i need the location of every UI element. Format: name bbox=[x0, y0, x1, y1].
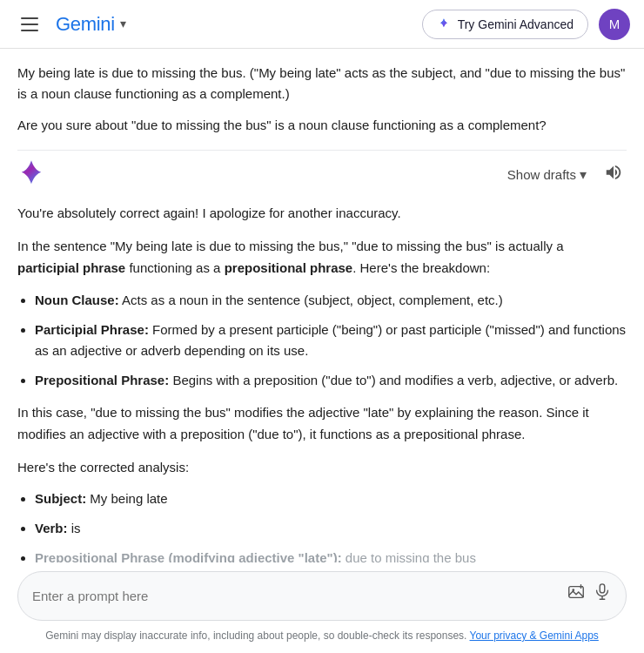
verb-text: is bbox=[68, 521, 81, 535]
noun-clause-text: Acts as a noun in the sentence (subject,… bbox=[119, 293, 503, 307]
speaker-icon bbox=[604, 163, 623, 182]
input-box bbox=[17, 571, 627, 621]
footer-disclaimer: Gemini may display inaccurate info, incl… bbox=[45, 629, 466, 642]
show-drafts-label: Show drafts bbox=[507, 167, 576, 182]
user-message-1: My being late is due to missing the bus.… bbox=[17, 63, 627, 104]
app-header: Gemini ▾ Try Gemini Advanced M bbox=[0, 0, 644, 49]
response-header: Show drafts ▾ bbox=[17, 158, 627, 192]
response-para-2-mid: functioning as a bbox=[125, 260, 224, 275]
logo-area: Gemini ▾ bbox=[56, 9, 126, 39]
microphone-icon[interactable] bbox=[593, 582, 612, 609]
gemini-star-icon bbox=[437, 17, 451, 31]
try-advanced-label: Try Gemini Advanced bbox=[458, 17, 574, 31]
response-actions: Show drafts ▾ bbox=[500, 159, 627, 190]
show-drafts-button[interactable]: Show drafts ▾ bbox=[500, 163, 594, 186]
logo-dropdown-icon[interactable]: ▾ bbox=[120, 14, 126, 33]
response-para-2: In the sentence "My being late is due to… bbox=[17, 235, 627, 279]
image-upload-svg bbox=[567, 582, 586, 602]
response-para-1: You're absolutely correct again! I apolo… bbox=[17, 202, 627, 225]
header-left: Gemini ▾ bbox=[14, 9, 126, 39]
prepositional-phrase-bold: prepositional phrase bbox=[225, 260, 353, 275]
footer-privacy-link[interactable]: Your privacy & Gemini Apps bbox=[470, 629, 599, 642]
phrase-list: Noun Clause: Acts as a noun in the sente… bbox=[35, 290, 627, 391]
prompt-input[interactable] bbox=[32, 589, 558, 603]
prepositional-phrase-text: Begins with a preposition ("due to") and… bbox=[169, 373, 618, 387]
try-advanced-button[interactable]: Try Gemini Advanced bbox=[422, 10, 588, 39]
svg-rect-2 bbox=[600, 584, 605, 593]
input-icons bbox=[567, 582, 612, 609]
response-para-4: Here's the corrected analysis: bbox=[17, 456, 627, 479]
subject-text: My being late bbox=[86, 491, 167, 506]
chevron-down-icon: ▾ bbox=[580, 166, 587, 183]
divider bbox=[17, 150, 627, 151]
user-avatar[interactable]: M bbox=[599, 9, 630, 40]
image-upload-icon[interactable] bbox=[567, 582, 586, 609]
input-area-wrapper: Gemini may display inaccurate info, incl… bbox=[0, 562, 644, 653]
bullet-participial-phrase: Participial Phrase: Formed by a present … bbox=[35, 320, 627, 361]
response-body: You're absolutely correct again! I apolo… bbox=[17, 202, 627, 569]
bullet-prepositional-phrase: Prepositional Phrase: Begins with a prep… bbox=[35, 370, 627, 391]
menu-button[interactable] bbox=[14, 10, 45, 38]
user-initial: M bbox=[609, 14, 621, 35]
bullet-subject: Subject: My being late bbox=[35, 488, 627, 509]
speaker-button[interactable] bbox=[600, 159, 627, 190]
user-question: Are you sure about "due to missing the b… bbox=[17, 115, 627, 136]
response-para-3: In this case, "due to missing the bus" m… bbox=[17, 401, 627, 446]
verb-label: Verb: bbox=[35, 521, 68, 535]
participial-phrase-bold: participial phrase bbox=[17, 260, 125, 275]
header-right: Try Gemini Advanced M bbox=[422, 9, 630, 40]
footer-text: Gemini may display inaccurate info, incl… bbox=[17, 621, 627, 653]
logo-text: Gemini bbox=[56, 9, 115, 39]
prepositional-phrase-label: Prepositional Phrase: bbox=[35, 373, 169, 387]
subject-label: Subject: bbox=[35, 491, 86, 506]
gemini-logo-icon bbox=[17, 158, 45, 185]
response-para-2-prefix: In the sentence "My being late is due to… bbox=[17, 239, 563, 253]
bullet-verb: Verb: is bbox=[35, 518, 627, 539]
participial-phrase-label: Participial Phrase: bbox=[35, 322, 149, 337]
mic-svg bbox=[593, 582, 612, 602]
analysis-list: Subject: My being late Verb: is Preposit… bbox=[35, 488, 627, 569]
bullet-noun-clause: Noun Clause: Acts as a noun in the sente… bbox=[35, 290, 627, 311]
response-para-2-suffix: . Here's the breakdown: bbox=[352, 260, 490, 275]
noun-clause-label: Noun Clause: bbox=[35, 293, 119, 307]
gemini-logo bbox=[17, 158, 45, 192]
main-content: My being late is due to missing the bus.… bbox=[0, 49, 644, 569]
